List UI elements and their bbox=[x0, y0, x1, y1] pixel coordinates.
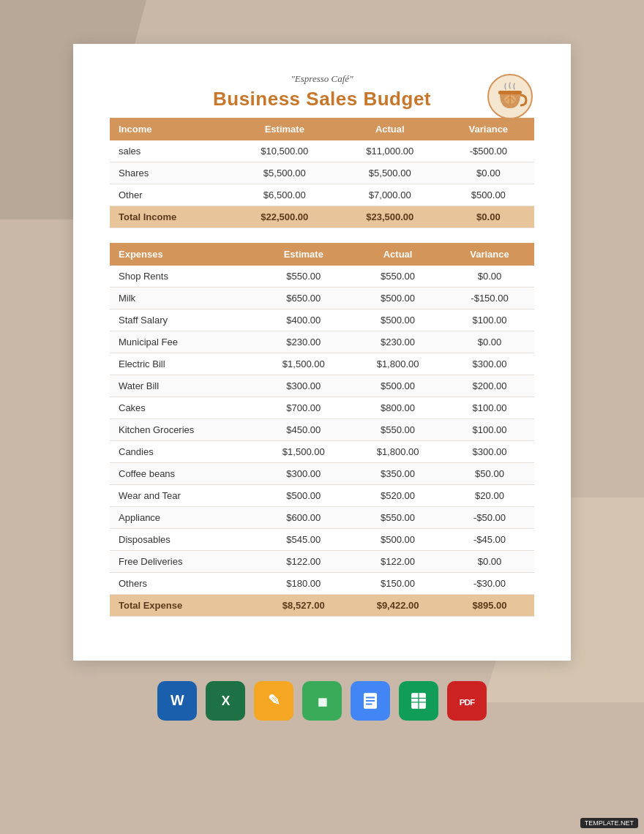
table-row: Shop Rents$550.00$550.00$0.00 bbox=[110, 266, 534, 288]
svg-text:✎: ✎ bbox=[268, 692, 280, 708]
table-row: Candies$1,500.00$1,800.00$300.00 bbox=[110, 441, 534, 463]
table-row: Shares$5,500.00$5,500.00$0.00 bbox=[110, 162, 534, 184]
table-row: Wear and Tear$500.00$520.00$20.00 bbox=[110, 485, 534, 507]
doc-title: Business Sales Budget bbox=[110, 88, 534, 110]
total-income-row: Total Income$22,500.00$23,500.00$0.00 bbox=[110, 206, 534, 228]
template-badge: TEMPLATE.NET bbox=[580, 818, 638, 828]
income-col-header: Income bbox=[110, 118, 232, 140]
svg-rect-1 bbox=[498, 91, 522, 94]
total-expense-row: Total Expense$8,527.00$9,422.00$895.00 bbox=[110, 595, 534, 617]
table-row: Cakes$700.00$800.00$100.00 bbox=[110, 397, 534, 419]
table-row: Free Deliveries$122.00$122.00$0.00 bbox=[110, 551, 534, 573]
pdf-icon[interactable]: PDF bbox=[447, 681, 487, 721]
numbers-icon[interactable]: ▦ bbox=[302, 681, 342, 721]
income-variance-header: Variance bbox=[443, 118, 534, 140]
expenses-actual-header: Actual bbox=[351, 243, 445, 266]
table-row: Municipal Fee$230.00$230.00$0.00 bbox=[110, 331, 534, 353]
gsheets-icon[interactable] bbox=[399, 681, 438, 721]
pages-icon[interactable]: ✎ bbox=[254, 681, 293, 721]
cafe-name: "Espresso Café" bbox=[110, 73, 534, 85]
table-row: Electric Bill$1,500.00$1,800.00$300.00 bbox=[110, 353, 534, 375]
table-row: Kitchen Groceries$450.00$550.00$100.00 bbox=[110, 419, 534, 441]
svg-text:PDF: PDF bbox=[460, 697, 475, 707]
expenses-estimate-header: Estimate bbox=[256, 243, 351, 266]
svg-text:X: X bbox=[221, 694, 230, 708]
svg-rect-13 bbox=[366, 697, 375, 699]
document: "Espresso Café" Business Sales Budget bbox=[73, 44, 571, 661]
table-row: Appliance$600.00$550.00-$50.00 bbox=[110, 507, 534, 529]
svg-text:W: W bbox=[171, 692, 184, 708]
income-header-row: Income Estimate Actual Variance bbox=[110, 118, 534, 140]
table-row: sales$10,500.00$11,000.00-$500.00 bbox=[110, 140, 534, 162]
header-center: "Espresso Café" Business Sales Budget bbox=[110, 73, 534, 110]
income-table: Income Estimate Actual Variance sales$10… bbox=[110, 118, 534, 228]
svg-text:▦: ▦ bbox=[318, 696, 327, 707]
income-table-section: Income Estimate Actual Variance sales$10… bbox=[110, 118, 534, 228]
page-wrapper: "Espresso Café" Business Sales Budget bbox=[73, 44, 571, 661]
excel-icon[interactable]: X bbox=[206, 681, 245, 721]
expenses-table-section: Expenses Estimate Actual Variance Shop R… bbox=[110, 243, 534, 617]
table-row: Staff Salary$400.00$500.00$100.00 bbox=[110, 309, 534, 331]
table-row: Water Bill$300.00$500.00$200.00 bbox=[110, 375, 534, 397]
income-estimate-header: Estimate bbox=[232, 118, 337, 140]
icons-bar: WX✎▦PDF bbox=[157, 681, 487, 721]
expenses-variance-header: Variance bbox=[445, 243, 534, 266]
income-actual-header: Actual bbox=[337, 118, 443, 140]
expenses-header-row: Expenses Estimate Actual Variance bbox=[110, 243, 534, 266]
expenses-col-header: Expenses bbox=[110, 243, 256, 266]
svg-rect-15 bbox=[366, 704, 372, 705]
table-row: Milk$650.00$500.00-$150.00 bbox=[110, 288, 534, 309]
table-row: Others$180.00$150.00-$30.00 bbox=[110, 573, 534, 595]
coffee-logo-icon bbox=[487, 73, 534, 121]
table-row: Disposables$545.00$500.00-$45.00 bbox=[110, 529, 534, 551]
gdocs-icon[interactable] bbox=[351, 681, 390, 721]
table-row: Coffee beans$300.00$350.00$50.00 bbox=[110, 463, 534, 485]
header: "Espresso Café" Business Sales Budget bbox=[110, 73, 534, 110]
svg-rect-14 bbox=[366, 700, 375, 702]
expenses-table: Expenses Estimate Actual Variance Shop R… bbox=[110, 243, 534, 617]
table-row: Other$6,500.00$7,000.00$500.00 bbox=[110, 184, 534, 206]
word-icon[interactable]: W bbox=[157, 681, 197, 721]
